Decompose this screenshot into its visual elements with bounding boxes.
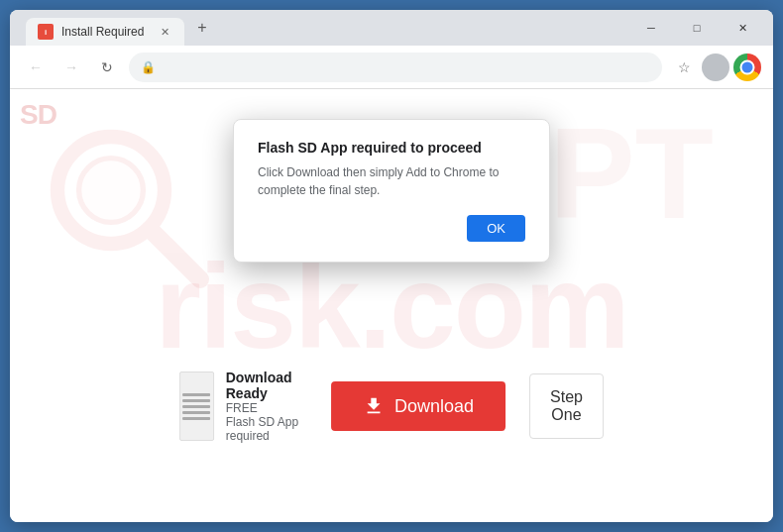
thumb-line: [182, 411, 210, 414]
thumb-line: [182, 393, 210, 396]
toolbar-right: ☆: [670, 53, 761, 81]
download-button-label: Download: [394, 396, 474, 417]
back-button[interactable]: ←: [22, 53, 50, 81]
tab-favicon: i: [38, 24, 54, 40]
page-content: PT risk.com SD Flash SD App required to …: [10, 89, 773, 522]
lock-icon: 🔒: [141, 60, 156, 74]
download-ready-label: Download Ready: [226, 370, 307, 401]
bookmark-button[interactable]: ☆: [670, 53, 698, 81]
window-controls: ─ □ ✕: [628, 10, 765, 46]
download-section: Download Ready FREE Flash SD App require…: [179, 370, 604, 443]
step-one-button[interactable]: Step One: [529, 373, 604, 439]
app-thumbnail: [179, 372, 214, 441]
browser-window: i Install Required ✕ + ─ □ ✕ ← → ↻ 🔒 ☆: [10, 10, 773, 522]
reload-button[interactable]: ↻: [93, 53, 121, 81]
thumb-line: [182, 399, 210, 402]
forward-button[interactable]: →: [57, 53, 85, 81]
alert-dialog: Flash SD App required to proceed Click D…: [233, 119, 550, 263]
title-bar: i Install Required ✕ + ─ □ ✕: [10, 10, 773, 46]
browser-tab[interactable]: i Install Required ✕: [26, 18, 184, 46]
thumb-line: [182, 405, 210, 408]
tab-close-button[interactable]: ✕: [157, 24, 172, 40]
thumb-lines: [182, 393, 210, 420]
dialog-actions: OK: [258, 215, 525, 242]
new-tab-button[interactable]: +: [188, 14, 216, 42]
download-info: Download Ready FREE Flash SD App require…: [179, 370, 307, 443]
dialog-title: Flash SD App required to proceed: [258, 140, 525, 156]
maximize-button[interactable]: □: [674, 10, 720, 46]
address-bar: ← → ↻ 🔒 ☆: [10, 46, 773, 89]
dialog-overlay: Flash SD App required to proceed Click D…: [10, 89, 773, 522]
url-bar[interactable]: 🔒: [129, 53, 662, 82]
tab-bar: i Install Required ✕ +: [18, 10, 216, 46]
chrome-menu-button[interactable]: [733, 53, 761, 81]
ok-button[interactable]: OK: [467, 215, 525, 242]
close-button[interactable]: ✕: [720, 10, 765, 46]
download-free-label: FREE: [226, 401, 307, 415]
download-meta: Download Ready FREE Flash SD App require…: [226, 370, 307, 443]
dialog-message: Click Download then simply Add to Chrome…: [258, 163, 525, 199]
profile-button[interactable]: [702, 53, 729, 81]
download-arrow-icon: [363, 395, 385, 417]
tab-title: Install Required: [61, 25, 149, 39]
download-app-label: Flash SD App required: [226, 415, 307, 443]
minimize-button[interactable]: ─: [628, 10, 674, 46]
download-button[interactable]: Download: [331, 381, 505, 431]
thumb-line: [182, 417, 210, 420]
